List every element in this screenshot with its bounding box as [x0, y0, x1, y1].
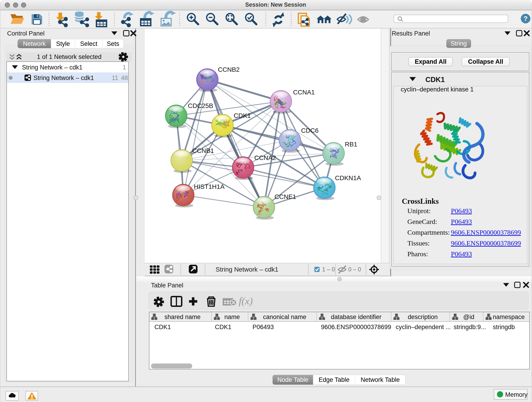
svg-text:RB1: RB1: [345, 141, 357, 148]
svg-text:0 – 0: 0 – 0: [348, 266, 361, 273]
svg-text:CCNB1: CCNB1: [192, 147, 214, 154]
svg-text:String Network – cdk1: String Network – cdk1: [215, 266, 278, 273]
svg-text:CDK1: CDK1: [234, 112, 251, 119]
svg-text:CDKN1A: CDKN1A: [335, 174, 361, 182]
svg-text:CCNA1: CCNA1: [293, 89, 315, 96]
svg-text:canonical name: canonical name: [263, 313, 306, 320]
svg-text:CCNB2: CCNB2: [218, 66, 240, 73]
svg-text:1 – 0: 1 – 0: [322, 266, 335, 273]
svg-text:name: name: [224, 313, 240, 320]
svg-text:description: description: [408, 313, 438, 320]
svg-text:CCNE1: CCNE1: [274, 193, 296, 200]
svg-text:HIST1H1A: HIST1H1A: [194, 183, 225, 190]
svg-text:shared name: shared name: [165, 313, 201, 320]
svg-text:@id: @id: [463, 313, 474, 320]
svg-text:database identifier: database identifier: [331, 313, 381, 320]
svg-text:namespace: namespace: [493, 313, 525, 320]
svg-text:f(x): f(x): [239, 295, 253, 307]
svg-text:CDC6: CDC6: [301, 127, 318, 134]
svg-text:CCNA2: CCNA2: [254, 154, 276, 161]
svg-text:CDC25B: CDC25B: [188, 102, 213, 109]
